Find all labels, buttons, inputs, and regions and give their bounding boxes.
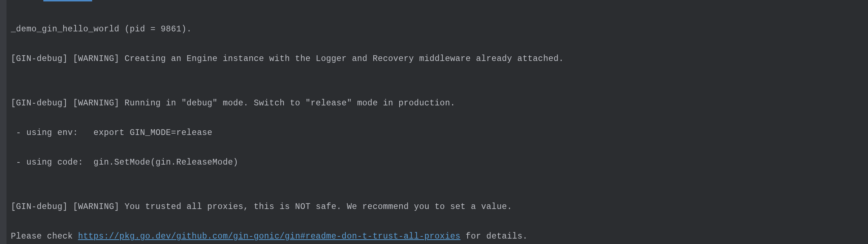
console-line-with-link: Please check https://pkg.go.dev/github.c… xyxy=(11,229,868,244)
console-line: _demo_gin_hello_world (pid = 9861). xyxy=(11,22,868,37)
console-line: [GIN-debug] [WARNING] Running in "debug"… xyxy=(11,96,868,111)
link-suffix: for details. xyxy=(460,232,528,241)
gutter xyxy=(0,0,7,244)
active-tab-indicator xyxy=(43,0,92,1)
proxies-doc-link[interactable]: https://pkg.go.dev/github.com/gin-gonic/… xyxy=(78,232,460,241)
console-line: [GIN-debug] [WARNING] Creating an Engine… xyxy=(11,52,868,66)
console-line: [GIN-debug] [WARNING] You trusted all pr… xyxy=(11,200,868,214)
console-line: - using env: export GIN_MODE=release xyxy=(11,126,868,140)
console-line: - using code: gin.SetMode(gin.ReleaseMod… xyxy=(11,155,868,170)
link-prefix: Please check xyxy=(11,232,78,241)
console-output[interactable]: _demo_gin_hello_world (pid = 9861). [GIN… xyxy=(11,7,868,244)
